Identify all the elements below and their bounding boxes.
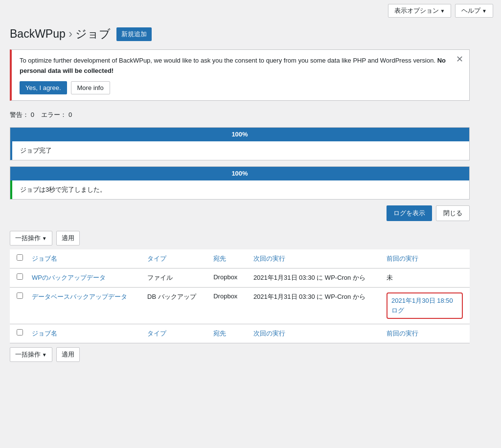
footer-select-all-checkbox[interactable] bbox=[17, 329, 23, 336]
table-body: WPのバックアップデータ ファイル Dropbox 2021年1月31日 03:… bbox=[10, 268, 470, 324]
col-footer-job-name[interactable]: ジョブ名 bbox=[25, 324, 140, 343]
notice-text: To optimize further development of BackW… bbox=[20, 56, 461, 76]
progress-group-2: 100% ジョブは3秒で完了しました。 bbox=[10, 166, 470, 200]
progress-percent-2: 100% bbox=[231, 170, 248, 177]
row1-job-name: WPのバックアップデータ bbox=[25, 268, 140, 287]
row2-checkbox[interactable] bbox=[17, 292, 23, 299]
status-section: 警告： 0 エラー： 0 bbox=[10, 111, 470, 119]
row1-last-run: 未 bbox=[380, 268, 470, 287]
progress-group-1: 100% ジョブ完了 bbox=[10, 127, 470, 160]
col-header-job-name[interactable]: ジョブ名 bbox=[25, 249, 140, 269]
breadcrumb-current: ジョブ bbox=[75, 27, 111, 40]
highlighted-last-run: 2021年1月30日 18:50 ログ bbox=[387, 292, 463, 319]
display-options-button[interactable]: 表示オプション bbox=[388, 4, 452, 18]
progress-status-1: ジョブ完了 bbox=[10, 141, 469, 160]
row2-destination: Dropbox bbox=[206, 287, 247, 324]
breadcrumb-separator: › bbox=[68, 27, 72, 40]
row1-checkbox[interactable] bbox=[17, 273, 23, 280]
row2-next-run: 2021年1月31日 03:30 に WP-Cron から bbox=[247, 287, 380, 324]
col-footer-last-run[interactable]: 前回の実行 bbox=[380, 324, 470, 343]
errors-label: エラー： bbox=[41, 111, 67, 118]
notice-box: To optimize further development of BackW… bbox=[10, 49, 470, 101]
col-footer-next-run[interactable]: 次回の実行 bbox=[247, 324, 380, 343]
help-button[interactable]: ヘルプ bbox=[455, 4, 493, 18]
row2-log-link[interactable]: ログ bbox=[391, 306, 458, 315]
progress-percent-1: 100% bbox=[231, 131, 248, 138]
page-header: BackWPup › ジョブ 新規追加 bbox=[10, 26, 470, 42]
apply-button-bottom[interactable]: 適用 bbox=[56, 347, 80, 362]
table-header-row: ジョブ名 タイプ 宛先 次回の実行 前回の実行 bbox=[10, 249, 470, 269]
row1-checkbox-cell bbox=[10, 268, 25, 287]
row1-next-run: 2021年1月31日 03:30 に WP-Cron から bbox=[247, 268, 380, 287]
row1-destination: Dropbox bbox=[206, 268, 247, 287]
col-footer-type[interactable]: タイプ bbox=[140, 324, 206, 343]
row2-last-run-date: 2021年1月30日 18:50 bbox=[391, 297, 453, 304]
bulk-action-button-bottom[interactable]: 一括操作 bbox=[10, 347, 52, 362]
header-checkbox-col bbox=[10, 249, 25, 269]
notice-actions: Yes, I agree. More info bbox=[20, 81, 461, 94]
action-buttons: ログを表示 閉じる bbox=[10, 205, 470, 221]
agree-button[interactable]: Yes, I agree. bbox=[20, 81, 67, 94]
table-footer-row: ジョブ名 タイプ 宛先 次回の実行 前回の実行 bbox=[10, 324, 470, 343]
progress-status-2: ジョブは3秒で完了しました。 bbox=[10, 180, 469, 199]
col-header-destination[interactable]: 宛先 bbox=[206, 249, 247, 269]
apply-button-top[interactable]: 適用 bbox=[56, 231, 80, 246]
row2-type: DB バックアップ bbox=[140, 287, 206, 324]
bulk-action-button-top[interactable]: 一括操作 bbox=[10, 231, 52, 246]
jobs-table: ジョブ名 タイプ 宛先 次回の実行 前回の実行 WPのバックアップデータ ファイ… bbox=[10, 249, 470, 343]
table-controls-bottom: 一括操作 適用 bbox=[10, 347, 470, 362]
col-header-type[interactable]: タイプ bbox=[140, 249, 206, 269]
warnings-count: 0 bbox=[31, 111, 34, 118]
new-add-button[interactable]: 新規追加 bbox=[116, 27, 152, 41]
top-bar: 表示オプション ヘルプ bbox=[0, 0, 501, 22]
select-all-checkbox[interactable] bbox=[17, 254, 23, 261]
page-wrap: BackWPup › ジョブ 新規追加 To optimize further … bbox=[0, 22, 479, 372]
close-button[interactable]: 閉じる bbox=[436, 205, 470, 221]
col-header-next-run[interactable]: 次回の実行 bbox=[247, 249, 380, 269]
table-header: ジョブ名 タイプ 宛先 次回の実行 前回の実行 bbox=[10, 249, 470, 269]
more-info-button[interactable]: More info bbox=[71, 81, 110, 94]
status-counts: 警告： 0 エラー： 0 bbox=[10, 111, 470, 119]
progress-bar-1: 100% bbox=[10, 128, 469, 141]
col-footer-destination[interactable]: 宛先 bbox=[206, 324, 247, 343]
footer-checkbox-col bbox=[10, 324, 25, 343]
row1-job-link[interactable]: WPのバックアップデータ bbox=[32, 274, 106, 281]
col-header-last-run[interactable]: 前回の実行 bbox=[380, 249, 470, 269]
table-row: WPのバックアップデータ ファイル Dropbox 2021年1月31日 03:… bbox=[10, 268, 470, 287]
row2-checkbox-cell bbox=[10, 287, 25, 324]
table-controls-top: 一括操作 適用 bbox=[10, 231, 470, 246]
row2-job-name: データベースバックアップデータ bbox=[25, 287, 140, 324]
row2-job-link[interactable]: データベースバックアップデータ bbox=[32, 293, 127, 300]
row1-type: ファイル bbox=[140, 268, 206, 287]
notice-close-button[interactable]: ✕ bbox=[456, 55, 463, 64]
row2-last-run: 2021年1月30日 18:50 ログ bbox=[380, 287, 470, 324]
table-row: データベースバックアップデータ DB バックアップ Dropbox 2021年1… bbox=[10, 287, 470, 324]
breadcrumb-root: BackWPup bbox=[10, 27, 66, 40]
show-log-button[interactable]: ログを表示 bbox=[387, 205, 432, 221]
page-title: BackWPup › ジョブ bbox=[10, 26, 111, 42]
warnings-label: 警告： bbox=[10, 111, 29, 118]
errors-count: 0 bbox=[68, 111, 72, 118]
progress-bar-2: 100% bbox=[10, 167, 469, 180]
table-footer: ジョブ名 タイプ 宛先 次回の実行 前回の実行 bbox=[10, 324, 470, 343]
